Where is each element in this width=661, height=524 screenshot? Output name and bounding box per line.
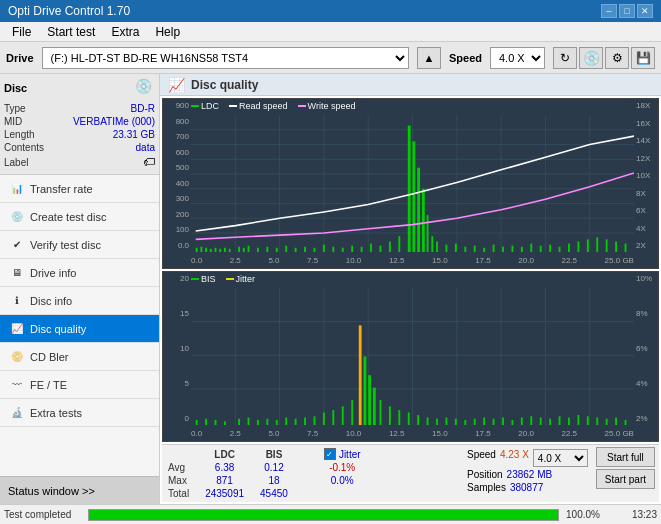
jitter-checkbox-cell[interactable]: ✓ Jitter xyxy=(316,447,369,461)
sidebar-item-drive-info[interactable]: 🖥 Drive info xyxy=(0,259,159,287)
menu-file[interactable]: File xyxy=(4,23,39,41)
by-15: 15 xyxy=(165,309,189,318)
y-label-300: 300 xyxy=(165,194,189,203)
type-value: BD-R xyxy=(131,103,155,114)
speed-val: 4.23 X xyxy=(500,449,529,467)
drive-bar: Drive (F:) HL-DT-ST BD-RE WH16NS58 TST4 … xyxy=(0,42,661,74)
sidebar-item-cd-bler[interactable]: 📀 CD Bler xyxy=(0,343,159,371)
eject-button[interactable]: ▲ xyxy=(417,47,441,69)
refresh-button[interactable]: ↻ xyxy=(553,47,577,69)
menu-help[interactable]: Help xyxy=(147,23,188,41)
menu-start-test[interactable]: Start test xyxy=(39,23,103,41)
stats-header-row: LDC BIS ✓ Jitter xyxy=(166,447,369,461)
minimize-button[interactable]: – xyxy=(601,4,617,18)
svg-rect-56 xyxy=(493,245,495,252)
status-window-label: Status window >> xyxy=(8,485,95,497)
bis-y-axis-right: 10% 8% 6% 4% 2% xyxy=(634,272,658,425)
y-label-400: 400 xyxy=(165,179,189,188)
x-20: 20.0 xyxy=(518,256,534,265)
drive-select[interactable]: (F:) HL-DT-ST BD-RE WH16NS58 TST4 xyxy=(42,47,409,69)
jitter-label: Jitter xyxy=(339,449,361,460)
total-samples xyxy=(316,487,369,500)
ldc-legend-item: LDC xyxy=(191,101,219,111)
start-full-button[interactable]: Start full xyxy=(596,447,655,467)
sidebar-item-transfer-rate[interactable]: 📊 Transfer rate xyxy=(0,175,159,203)
svg-rect-105 xyxy=(389,406,391,425)
speed-position-panel: Speed 4.23 X 4.0 X Position 23862 MB Sam… xyxy=(463,447,592,495)
y-label-900: 900 xyxy=(165,101,189,110)
x-0: 0.0 xyxy=(191,256,202,265)
col-empty2 xyxy=(296,447,316,461)
status-window[interactable]: Status window >> xyxy=(0,476,159,504)
length-value: 23.31 GB xyxy=(113,129,155,140)
sidebar-item-disc-quality[interactable]: 📈 Disc quality xyxy=(0,315,159,343)
disc-quality-icon: 📈 xyxy=(10,322,24,336)
jitter-legend-item: Jitter xyxy=(226,274,256,284)
svg-rect-107 xyxy=(408,413,410,425)
create-test-disc-label: Create test disc xyxy=(30,211,106,223)
save-button[interactable]: 💾 xyxy=(631,47,655,69)
maximize-button[interactable]: □ xyxy=(619,4,635,18)
extra-tests-label: Extra tests xyxy=(30,407,82,419)
bx-2-5: 2.5 xyxy=(230,429,241,438)
sidebar-item-fe-te[interactable]: 〰 FE / TE xyxy=(0,371,159,399)
max-label: Max xyxy=(166,474,197,487)
settings-button[interactable]: ⚙ xyxy=(605,47,629,69)
col-empty3 xyxy=(296,461,316,474)
svg-rect-117 xyxy=(502,418,504,425)
y-label-600: 600 xyxy=(165,148,189,157)
jitter-checkbox[interactable]: ✓ xyxy=(324,448,336,460)
svg-rect-129 xyxy=(615,418,617,425)
avg-bis: 0.12 xyxy=(252,461,296,474)
start-part-button[interactable]: Start part xyxy=(596,469,655,489)
bx-25: 25.0 GB xyxy=(605,429,634,438)
total-ldc: 2435091 xyxy=(197,487,252,500)
max-ldc: 871 xyxy=(197,474,252,487)
svg-rect-64 xyxy=(568,244,570,252)
verify-test-disc-icon: ✔ xyxy=(10,238,24,252)
svg-rect-88 xyxy=(248,418,250,425)
yr-16x: 16X xyxy=(636,119,656,128)
bis-y-axis-left: 20 15 10 5 0 xyxy=(163,272,191,425)
total-bis: 45450 xyxy=(252,487,296,500)
cd-bler-icon: 📀 xyxy=(10,350,24,364)
speed-select[interactable]: 4.0 X xyxy=(490,47,545,69)
menu-extra[interactable]: Extra xyxy=(103,23,147,41)
disc-icon: 💿 xyxy=(135,78,155,98)
svg-rect-44 xyxy=(408,126,411,252)
mid-value: VERBATIMe (000) xyxy=(73,116,155,127)
x-5: 5.0 xyxy=(268,256,279,265)
stats-total-row: Total 2435091 45450 xyxy=(166,487,369,500)
close-button[interactable]: ✕ xyxy=(637,4,653,18)
speed-text-label: Speed xyxy=(467,449,496,467)
content-title: Disc quality xyxy=(191,78,258,92)
speed-label: Speed xyxy=(449,52,482,64)
disc-icon-button[interactable]: 💿 xyxy=(579,47,603,69)
type-label: Type xyxy=(4,103,26,114)
charts-area: LDC Read speed Write speed 900 800 xyxy=(160,96,661,504)
samples-row: Samples 380877 xyxy=(467,482,588,493)
max-jitter: 0.0% xyxy=(316,474,369,487)
by-0: 0 xyxy=(165,414,189,423)
x-12-5: 12.5 xyxy=(389,256,405,265)
bis-chart-legend: BIS Jitter xyxy=(191,274,255,284)
sidebar-item-create-test-disc[interactable]: 💿 Create test disc xyxy=(0,203,159,231)
svg-rect-69 xyxy=(615,241,617,252)
stats-table: LDC BIS ✓ Jitter Avg 6.38 0.12 xyxy=(166,447,459,500)
position-row: Position 23862 MB xyxy=(467,469,588,480)
sidebar-item-verify-test-disc[interactable]: ✔ Verify test disc xyxy=(0,231,159,259)
menu-bar: File Start test Extra Help xyxy=(0,22,661,42)
jyr-2pct: 2% xyxy=(636,414,656,423)
y-label-200: 200 xyxy=(165,210,189,219)
bis-legend-label: BIS xyxy=(201,274,216,284)
fe-te-label: FE / TE xyxy=(30,379,67,391)
x-10: 10.0 xyxy=(346,256,362,265)
write-speed-legend-dot xyxy=(298,105,306,107)
svg-rect-62 xyxy=(549,245,551,252)
sidebar-item-extra-tests[interactable]: 🔬 Extra tests xyxy=(0,399,159,427)
yr-10x: 10X xyxy=(636,171,656,180)
sidebar-item-disc-info[interactable]: ℹ Disc info xyxy=(0,287,159,315)
jyr-4pct: 4% xyxy=(636,379,656,388)
svg-rect-95 xyxy=(314,416,316,425)
speed-target-select[interactable]: 4.0 X xyxy=(533,449,588,467)
